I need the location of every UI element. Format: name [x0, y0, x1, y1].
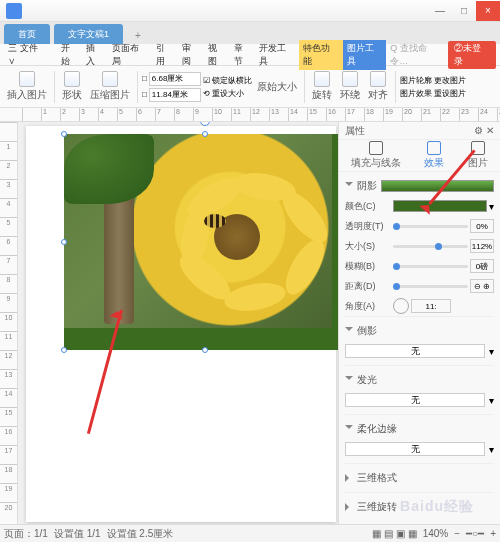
change-pic-button[interactable]: 更改图片	[434, 75, 466, 86]
resize-handle-sw[interactable]	[61, 347, 67, 353]
effect-icon	[427, 141, 441, 155]
prop-transp-label: 透明度(T)	[345, 220, 389, 233]
zoom-slider[interactable]: ━○━	[466, 528, 484, 539]
distance-slider[interactable]	[393, 285, 468, 288]
menu-picture-tools[interactable]: 图片工具	[343, 40, 387, 70]
prop-blur-label: 模糊(B)	[345, 260, 389, 273]
panel-title: 属性⚙ ✕	[339, 122, 500, 140]
prop-dist-label: 距离(D)	[345, 280, 389, 293]
section-soft[interactable]: 柔化边缘	[345, 419, 494, 439]
rotate-label: 旋转	[312, 88, 332, 102]
width-input[interactable]	[149, 88, 201, 102]
document-page	[26, 126, 336, 522]
angle-value[interactable]: 11:	[411, 299, 451, 313]
close-button[interactable]: ×	[476, 1, 500, 21]
zoom-out-button[interactable]: −	[454, 528, 460, 539]
shape-icon	[64, 71, 80, 87]
menu-layout[interactable]: 页面布局	[108, 42, 152, 68]
align-icon	[370, 71, 386, 87]
section-3dfmt[interactable]: 三维格式	[345, 468, 494, 488]
menu-ref[interactable]: 引用	[152, 42, 178, 68]
view-buttons[interactable]: ▦ ▤ ▣ ▦	[372, 528, 416, 539]
pic-outline-button[interactable]: 图片轮廓	[400, 75, 432, 86]
height-input[interactable]	[149, 72, 201, 86]
reset-size-button[interactable]: ⟲ 重设大小	[203, 88, 252, 99]
zoom-in-button[interactable]: +	[490, 528, 496, 539]
app-icon	[6, 3, 22, 19]
align-label: 对齐	[368, 88, 388, 102]
dropdown-icon[interactable]: ▾	[489, 201, 494, 212]
maximize-button[interactable]: □	[452, 1, 476, 21]
picture-icon	[19, 71, 35, 87]
align-button[interactable]: 对齐	[365, 71, 391, 102]
menu-review[interactable]: 审阅	[178, 42, 204, 68]
insert-picture-label: 插入图片	[7, 88, 47, 102]
menu-dev[interactable]: 开发工具	[255, 42, 299, 68]
section-reflect[interactable]: 倒影	[345, 321, 494, 341]
resize-handle-s[interactable]	[202, 347, 208, 353]
shape-button[interactable]: 形状	[59, 71, 85, 102]
workspace: 1234567891011121314151617181920	[0, 122, 500, 524]
tab-fill-label: 填充与线条	[351, 156, 401, 170]
transparency-value[interactable]: 0%	[470, 219, 494, 233]
menu-section[interactable]: 章节	[230, 42, 256, 68]
prop-color-label: 颜色(C)	[345, 200, 389, 213]
transparency-slider[interactable]	[393, 225, 468, 228]
canvas[interactable]	[18, 122, 338, 524]
reflect-none-button[interactable]: 无	[345, 344, 485, 358]
prop-angle-label: 角度(A)	[345, 300, 389, 313]
menubar: 三 文件 ∨ 开始 插入 页面布局 引用 审阅 视图 章节 开发工具 特色功能 …	[0, 44, 500, 66]
reset-pic-button[interactable]: 重设图片	[434, 88, 466, 99]
login-button[interactable]: ②未登录	[448, 41, 496, 69]
properties-panel: 属性⚙ ✕ 填充与线条 效果 图片 阴影 颜色(C)▾ 透明度(T)0% 大小(…	[338, 122, 500, 524]
angle-dial[interactable]	[393, 298, 409, 314]
glow-none-button[interactable]: 无	[345, 393, 485, 407]
rotate-handle[interactable]	[200, 122, 210, 126]
ruler-vertical: 1234567891011121314151617181920	[0, 122, 18, 524]
watermark: Baidu经验	[400, 498, 474, 516]
search-command[interactable]: Q 查找命令…	[386, 42, 448, 68]
menu-start[interactable]: 开始	[57, 42, 83, 68]
original-size-button[interactable]: 原始大小	[254, 80, 300, 94]
selected-image[interactable]	[64, 134, 338, 350]
soft-none-button[interactable]: 无	[345, 442, 485, 456]
resize-handle-n[interactable]	[202, 131, 208, 137]
blur-value[interactable]: 0磅	[470, 259, 494, 273]
size-slider[interactable]: .slider[data-name=size-slider]::after{le…	[393, 245, 468, 248]
color-swatch[interactable]	[393, 200, 487, 212]
pic-effect-button[interactable]: 图片效果	[400, 88, 432, 99]
compress-label: 压缩图片	[90, 88, 130, 102]
window-controls: — □ ×	[428, 1, 500, 21]
panel-tabs: 填充与线条 效果 图片	[339, 140, 500, 172]
minimize-button[interactable]: —	[428, 1, 452, 21]
size-value[interactable]: 112%	[470, 239, 494, 253]
rotate-icon	[314, 71, 330, 87]
tab-effect-label: 效果	[424, 156, 444, 170]
wrap-label: 环绕	[340, 88, 360, 102]
section-shadow[interactable]: 阴影	[345, 176, 494, 196]
status-pageset: 设置值 1/1	[54, 527, 101, 541]
zoom-value[interactable]: 140%	[423, 528, 449, 539]
shape-label: 形状	[62, 88, 82, 102]
menu-view[interactable]: 视图	[204, 42, 230, 68]
distance-value[interactable]: ⊖ ⊕	[470, 279, 494, 293]
section-glow[interactable]: 发光	[345, 370, 494, 390]
prop-size-label: 大小(S)	[345, 240, 389, 253]
resize-handle-nw[interactable]	[61, 131, 67, 137]
tab-picture-label: 图片	[468, 156, 488, 170]
insert-picture-button[interactable]: 插入图片	[4, 71, 50, 102]
ruler-horizontal: 1234567891011121314151617181920212223242…	[0, 108, 500, 122]
blur-slider[interactable]	[393, 265, 468, 268]
tab-effect[interactable]: 效果	[424, 141, 444, 170]
rotate-button[interactable]: 旋转	[309, 71, 335, 102]
menu-special[interactable]: 特色功能	[299, 40, 343, 70]
compress-button[interactable]: 压缩图片	[87, 71, 133, 102]
resize-handle-w[interactable]	[61, 239, 67, 245]
menu-insert[interactable]: 插入	[82, 42, 108, 68]
wrap-button[interactable]: 环绕	[337, 71, 363, 102]
original-size-label: 原始大小	[257, 80, 297, 94]
lock-ratio-check[interactable]: ☑ 锁定纵横比	[203, 75, 252, 86]
menu-file[interactable]: 三 文件 ∨	[4, 42, 51, 68]
status-col: 设置值 2.5厘米	[107, 527, 174, 541]
tab-fill-line[interactable]: 填充与线条	[351, 141, 401, 170]
